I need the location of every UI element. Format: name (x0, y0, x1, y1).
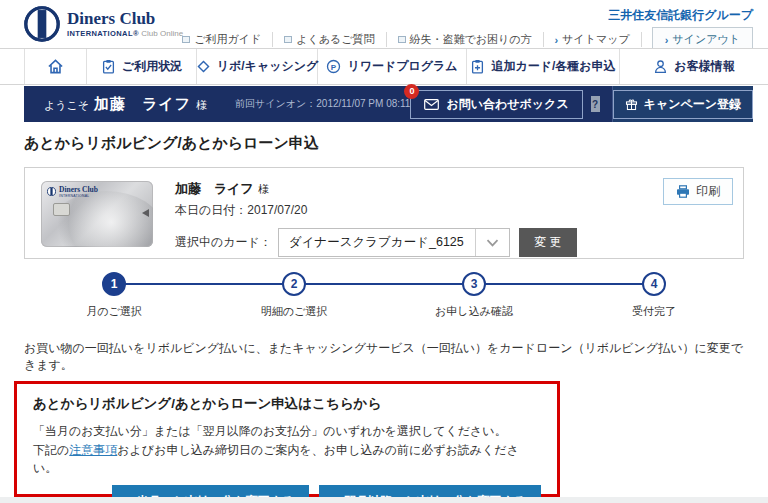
help-icon[interactable]: ? (591, 96, 600, 112)
inquiry-box-button[interactable]: 0 お問い合わせボックス (410, 90, 582, 119)
campaign-section: キャンペーン登録 (612, 86, 753, 122)
cardholder-name: 加藤 ライフ様 (175, 180, 577, 198)
nav-usage-status[interactable]: ご利用状況 (87, 49, 197, 84)
campaign-register-button[interactable]: キャンペーン登録 (613, 90, 753, 119)
diners-club-logo[interactable]: Diners Club INTERNATIONAL® Club Online (24, 6, 183, 42)
window-icon (182, 36, 190, 43)
diamond-icon (196, 59, 211, 74)
intro-text: お買い物の一回払いをリボルビング払いに、またキャッシングサービス（一回払い）をカ… (24, 340, 744, 374)
person-icon (653, 59, 668, 74)
print-button[interactable]: 印刷 (663, 178, 733, 205)
link-faq[interactable]: よくあるご質問 (273, 32, 386, 47)
chevron-down-icon (475, 229, 509, 256)
arrow-icon: › (665, 34, 669, 46)
svg-text:P: P (331, 63, 337, 72)
card-chip (53, 203, 70, 216)
card-panel: Diners Club INTERNATIONAL 加藤 ライフ様 本日の日付：… (24, 167, 744, 259)
step-circle: 3 (462, 272, 486, 296)
step-circle: 4 (642, 272, 666, 296)
change-card-button[interactable]: 変 更 (519, 228, 577, 257)
page-title: あとからリボルビング/あとからローン申込 (24, 134, 319, 153)
arrow-icon: › (555, 34, 559, 46)
nav-customer-info[interactable]: お客様情報 (620, 49, 768, 84)
welcome-bar: ようこそ 加藤 ライフ 様 前回サインオン：2012/11/07 PM 08:1… (24, 86, 753, 122)
selected-card-label: 選択中のカード： (175, 234, 272, 251)
card-arrow-icon (142, 209, 149, 217)
nav-home[interactable] (24, 49, 87, 84)
main-nav: ご利用状況 リボ/キャッシング P リワードプログラム 追加カード/各種お申込 … (0, 48, 768, 85)
point-p-icon: P (326, 59, 341, 74)
apply-box-heading: あとからリボルビング/あとからローン申込はこちらから (33, 395, 541, 413)
clipboard-plus-icon (470, 59, 485, 74)
step-reception-complete: 4 受付完了 (564, 272, 744, 330)
card-select-value: ダイナースクラブカード_6125 (279, 234, 475, 251)
user-name: 加藤 ライフ (94, 95, 191, 114)
logo-subtitle: INTERNATIONAL® Club Online (67, 29, 183, 38)
last-signon: 前回サインオン：2012/11/07 PM 08:11 (235, 97, 410, 111)
card-brand-logo: Diners Club INTERNATIONAL (47, 186, 98, 198)
precautions-link[interactable]: 注意事項 (69, 443, 117, 457)
gift-icon (625, 98, 638, 111)
today-date: 本日の日付：2017/07/20 (175, 202, 577, 219)
footer-strip (0, 497, 768, 503)
step-circle: 2 (282, 272, 306, 296)
envelope-icon (424, 99, 439, 110)
nav-reward-program[interactable]: P リワードプログラム (318, 49, 467, 84)
step-circle: 1 (102, 272, 126, 296)
link-sitemap[interactable]: ›サイトマップ (544, 32, 642, 47)
window-icon (284, 36, 292, 43)
card-image: Diners Club INTERNATIONAL (41, 181, 153, 247)
apply-box: あとからリボルビング/あとからローン申込はこちらから 「当月のお支払い分」または… (14, 381, 560, 497)
link-lost-stolen[interactable]: 紛失・盗難でお困りの方 (387, 32, 544, 47)
step-statement-selection: 2 明細のご選択 (204, 272, 384, 330)
printer-icon (676, 185, 690, 198)
nav-revolving-cashing[interactable]: リボ/キャッシング (197, 49, 318, 84)
logo-title: Diners Club (67, 10, 183, 27)
bank-group-link[interactable]: 三井住友信託銀行グループ (608, 7, 753, 24)
card-worldmap-graphic (51, 191, 153, 247)
progress-stepper: 1 月のご選択 2 明細のご選択 3 お申し込み確認 4 受付完了 (24, 272, 744, 330)
step-application-confirm: 3 お申し込み確認 (384, 272, 564, 330)
top-header: Diners Club INTERNATIONAL® Club Online 三… (0, 0, 768, 48)
card-select[interactable]: ダイナースクラブカード_6125 (278, 228, 510, 257)
clipboard-check-icon (101, 59, 116, 74)
window-icon (398, 36, 406, 43)
inquiry-badge: 0 (404, 84, 419, 99)
home-icon (47, 58, 64, 75)
step-month-selection: 1 月のご選択 (24, 272, 204, 330)
welcome-greeting: ようこそ 加藤 ライフ 様 (24, 95, 207, 114)
apply-box-instructions: 「当月のお支払い分」または「翌月以降のお支払分」のいずれかを選択してください。 … (33, 422, 541, 478)
diners-logo-icon (24, 6, 60, 42)
link-usage-guide[interactable]: ご利用ガイド (171, 32, 273, 47)
nav-additional-card[interactable]: 追加カード/各種お申込 (467, 49, 620, 84)
